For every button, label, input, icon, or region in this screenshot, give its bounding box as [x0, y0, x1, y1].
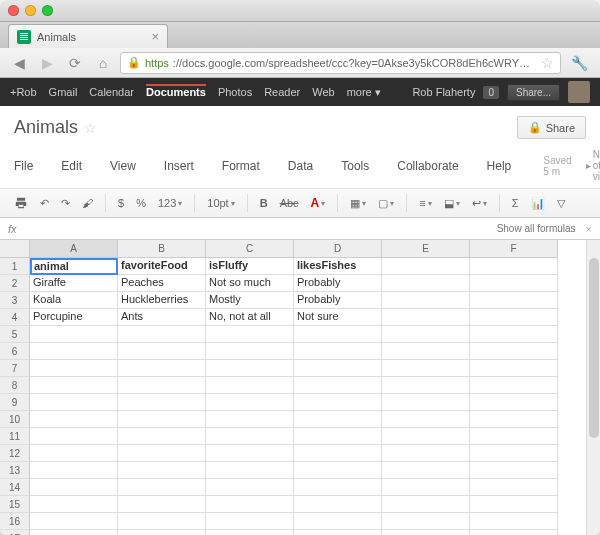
- cell[interactable]: [206, 343, 294, 360]
- cell[interactable]: favoriteFood: [118, 258, 206, 275]
- menu-item[interactable]: Format: [222, 159, 260, 173]
- cell[interactable]: [294, 360, 382, 377]
- menu-item[interactable]: Edit: [61, 159, 82, 173]
- cell[interactable]: [470, 292, 558, 309]
- sigma-icon[interactable]: Σ: [508, 195, 523, 211]
- cell[interactable]: [30, 360, 118, 377]
- cell[interactable]: [206, 394, 294, 411]
- cell[interactable]: [382, 394, 470, 411]
- number-format-button[interactable]: 123: [154, 195, 186, 211]
- cell[interactable]: [470, 479, 558, 496]
- text-color-button[interactable]: A: [307, 194, 330, 212]
- gbar-item[interactable]: Reader: [264, 86, 300, 99]
- menu-item[interactable]: Insert: [164, 159, 194, 173]
- cell[interactable]: [206, 377, 294, 394]
- column-header[interactable]: E: [382, 240, 470, 258]
- cell[interactable]: [206, 479, 294, 496]
- cell[interactable]: [30, 462, 118, 479]
- cell[interactable]: animal: [30, 258, 118, 275]
- cell[interactable]: [30, 496, 118, 513]
- cell[interactable]: Ants: [118, 309, 206, 326]
- paint-format-icon[interactable]: 🖌: [78, 195, 97, 211]
- undo-icon[interactable]: ↶: [36, 195, 53, 212]
- row-header[interactable]: 3: [0, 292, 30, 309]
- back-button[interactable]: ◀: [8, 52, 30, 74]
- cell[interactable]: [470, 462, 558, 479]
- cell[interactable]: Not so much: [206, 275, 294, 292]
- close-fx-icon[interactable]: ×: [586, 223, 592, 235]
- doc-title[interactable]: Animals: [14, 117, 78, 138]
- cell[interactable]: [294, 326, 382, 343]
- row-header[interactable]: 14: [0, 479, 30, 496]
- cell[interactable]: [118, 377, 206, 394]
- cell[interactable]: Probably: [294, 275, 382, 292]
- row-header[interactable]: 9: [0, 394, 30, 411]
- row-header[interactable]: 5: [0, 326, 30, 343]
- cell[interactable]: [382, 343, 470, 360]
- merge-icon[interactable]: ⬓: [440, 195, 464, 212]
- vertical-scrollbar[interactable]: [586, 240, 600, 535]
- cell[interactable]: Giraffe: [30, 275, 118, 292]
- cell[interactable]: [382, 326, 470, 343]
- fill-color-icon[interactable]: ▦: [346, 195, 370, 212]
- row-header[interactable]: 10: [0, 411, 30, 428]
- cell[interactable]: [382, 428, 470, 445]
- cell[interactable]: [30, 377, 118, 394]
- cell[interactable]: [30, 513, 118, 530]
- cell[interactable]: Mostly: [206, 292, 294, 309]
- gbar-item[interactable]: more ▾: [347, 86, 381, 99]
- row-header[interactable]: 17: [0, 530, 30, 535]
- cell[interactable]: [470, 258, 558, 275]
- cell[interactable]: [118, 462, 206, 479]
- cell[interactable]: [294, 428, 382, 445]
- cell[interactable]: [294, 530, 382, 535]
- column-header[interactable]: F: [470, 240, 558, 258]
- gbar-share-button[interactable]: Share...: [507, 84, 560, 101]
- cell[interactable]: [30, 394, 118, 411]
- gbar-item[interactable]: Calendar: [89, 86, 134, 99]
- browser-tab[interactable]: Animals ×: [8, 24, 168, 48]
- select-all-corner[interactable]: [0, 240, 30, 258]
- cell[interactable]: [294, 479, 382, 496]
- window-close-button[interactable]: [8, 5, 19, 16]
- wrap-icon[interactable]: ↩: [468, 195, 491, 212]
- cell[interactable]: [382, 292, 470, 309]
- gbar-notification-count[interactable]: 0: [483, 86, 499, 99]
- cell[interactable]: [206, 411, 294, 428]
- cell[interactable]: [470, 428, 558, 445]
- borders-icon[interactable]: ▢: [374, 195, 398, 212]
- cell[interactable]: isFluffy: [206, 258, 294, 275]
- cell[interactable]: [382, 258, 470, 275]
- menu-item[interactable]: Help: [487, 159, 512, 173]
- cell[interactable]: Porcupine: [30, 309, 118, 326]
- cell[interactable]: [30, 428, 118, 445]
- cell[interactable]: [294, 343, 382, 360]
- cell[interactable]: [118, 479, 206, 496]
- forward-button[interactable]: ▶: [36, 52, 58, 74]
- cell[interactable]: [118, 343, 206, 360]
- bookmark-star-icon[interactable]: ☆: [541, 55, 554, 71]
- cell[interactable]: [206, 496, 294, 513]
- cell[interactable]: [294, 496, 382, 513]
- cell[interactable]: [470, 394, 558, 411]
- cell[interactable]: [382, 411, 470, 428]
- row-header[interactable]: 13: [0, 462, 30, 479]
- gbar-item[interactable]: Gmail: [49, 86, 78, 99]
- row-header[interactable]: 7: [0, 360, 30, 377]
- cell[interactable]: [382, 496, 470, 513]
- cell[interactable]: [118, 496, 206, 513]
- gbar-item[interactable]: Documents: [146, 84, 206, 99]
- window-zoom-button[interactable]: [42, 5, 53, 16]
- cell[interactable]: [30, 411, 118, 428]
- cell[interactable]: [470, 326, 558, 343]
- cell[interactable]: [294, 513, 382, 530]
- cell[interactable]: [470, 513, 558, 530]
- cell[interactable]: [382, 309, 470, 326]
- gbar-avatar[interactable]: [568, 81, 590, 103]
- cell[interactable]: [294, 445, 382, 462]
- home-button[interactable]: ⌂: [92, 52, 114, 74]
- cell[interactable]: [30, 445, 118, 462]
- cell[interactable]: [118, 394, 206, 411]
- cell[interactable]: [206, 462, 294, 479]
- cell[interactable]: No, not at all: [206, 309, 294, 326]
